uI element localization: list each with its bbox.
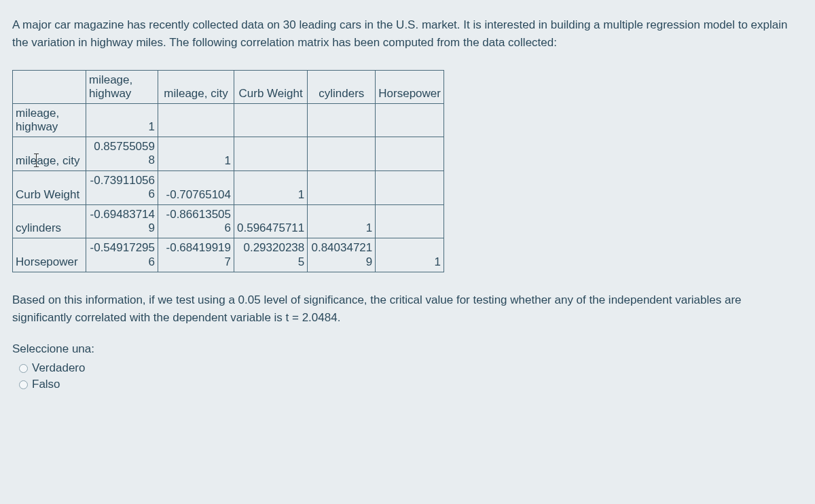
option-false-label: Falso <box>32 378 60 391</box>
cell-value-bot: 6 <box>225 221 231 234</box>
cell-empty <box>376 137 444 171</box>
cell-value-top: 0.85755059 <box>94 140 155 153</box>
cell-value-bot: 7 <box>225 255 231 268</box>
cell-value-bot: 5 <box>298 255 304 268</box>
cell-value-bot: 6 <box>149 187 155 200</box>
option-true-label: Verdadero <box>32 361 85 375</box>
header-line2: highway <box>89 87 131 100</box>
select-one-label: Seleccione una: <box>12 342 803 356</box>
option-false[interactable]: Falso <box>19 378 803 391</box>
cell-empty <box>308 170 376 204</box>
cell-empty <box>234 104 308 137</box>
header-line1: mileage, <box>89 73 132 86</box>
cell-r2c2: 1 <box>158 137 234 171</box>
header-curb-weight: Curb Weight <box>234 71 308 104</box>
cell-empty <box>308 137 376 171</box>
row-label-mileage-city: mileage, city <box>13 137 86 171</box>
row-label-mileage-highway: mileage, highway <box>13 104 86 137</box>
cell-r3c3: 1 <box>234 170 308 204</box>
cell-r4c1: -0.69483714 9 <box>86 204 158 238</box>
cell-r1c1: 1 <box>86 104 158 137</box>
row-label-horsepower: Horsepower <box>13 238 86 272</box>
cell-r5c4: 0.84034721 9 <box>308 238 376 272</box>
cell-value-bot: 9 <box>149 221 155 234</box>
row-label-line1: mileage, <box>16 107 59 120</box>
cell-r5c2: -0.68419919 7 <box>158 238 234 272</box>
cell-empty <box>234 137 308 171</box>
cell-r3c1: -0.73911056 6 <box>86 170 158 204</box>
cell-r2c1: 0.85755059 8 <box>86 137 158 171</box>
header-horsepower: Horsepower <box>376 71 444 104</box>
cell-value-top: -0.54917295 <box>90 241 155 254</box>
cell-empty <box>376 104 444 137</box>
option-true[interactable]: Verdadero <box>19 361 803 375</box>
cell-empty <box>376 204 444 238</box>
cell-value-top: -0.73911056 <box>90 174 155 187</box>
radio-icon[interactable] <box>19 364 28 373</box>
header-mileage-highway: mileage, highway <box>86 71 158 104</box>
text-cursor-icon <box>36 154 37 167</box>
question-page: A major car magazine has recently collec… <box>0 0 815 504</box>
header-cylinders: cylinders <box>308 71 376 104</box>
cell-r5c1: -0.54917295 6 <box>86 238 158 272</box>
cell-r4c4: 1 <box>308 204 376 238</box>
intro-text: A major car magazine has recently collec… <box>12 16 803 51</box>
cell-value-top: -0.69483714 <box>90 208 155 221</box>
correlation-table: mileage, highway mileage, city Curb Weig… <box>12 70 444 272</box>
followup-text: Based on this information, if we test us… <box>12 291 803 326</box>
row-label-curb-weight: Curb Weight <box>13 170 86 204</box>
cell-empty <box>158 104 234 137</box>
cell-r4c3: 0.596475711 <box>234 204 308 238</box>
header-blank <box>13 71 86 104</box>
cell-value-bot: 9 <box>366 255 372 268</box>
cell-r3c2: -0.70765104 <box>158 170 234 204</box>
cell-value-bot: 8 <box>149 154 155 166</box>
cell-value-bot: 6 <box>149 255 155 268</box>
header-mileage-city: mileage, city <box>158 71 234 104</box>
cell-value-top: 0.84034721 <box>311 241 372 254</box>
row-label-text: mileage, city <box>16 154 79 167</box>
row-label-line2: highway <box>16 120 58 133</box>
radio-icon[interactable] <box>19 380 28 389</box>
cell-empty <box>308 104 376 137</box>
cell-value-top: -0.86613505 <box>166 208 231 221</box>
cell-r5c5: 1 <box>376 238 444 272</box>
cell-empty <box>376 170 444 204</box>
cell-value-top: 0.29320238 <box>243 241 304 254</box>
cell-r4c2: -0.86613505 6 <box>158 204 234 238</box>
row-label-cylinders: cylinders <box>13 204 86 238</box>
cell-r5c3: 0.29320238 5 <box>234 238 308 272</box>
cell-value-top: -0.68419919 <box>166 241 231 254</box>
